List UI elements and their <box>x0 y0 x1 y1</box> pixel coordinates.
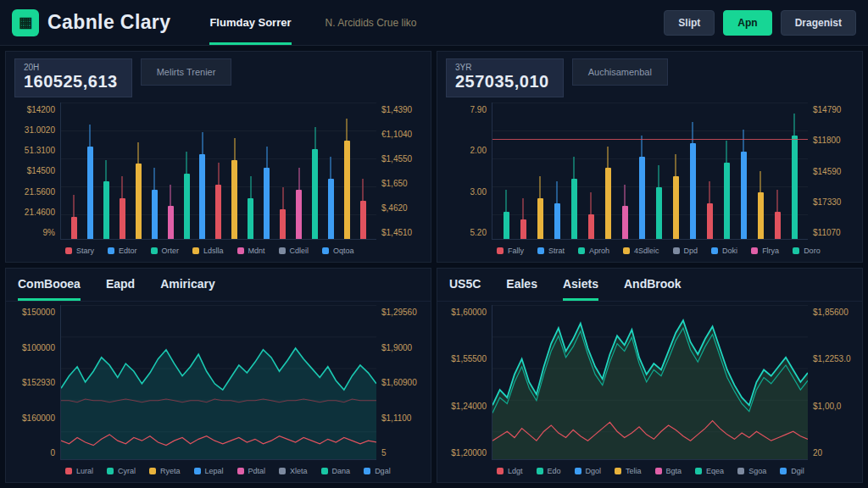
tab-eales[interactable]: Eales <box>506 277 537 301</box>
legend-item[interactable]: Dgal <box>364 467 391 475</box>
legend-item[interactable]: Edtor <box>108 247 137 255</box>
chart-row: 7.902.003.005.20 $14790$11800$14590$1733… <box>437 99 862 241</box>
legend-item[interactable]: Orter <box>151 247 180 255</box>
legend-swatch <box>65 468 72 474</box>
tab-melirts-trenier[interactable]: Melirts Trenier <box>141 58 232 86</box>
y-axis-right: $1,29560$1,9000$1,60900$1,11005 <box>376 305 426 460</box>
legend-item[interactable]: Edo <box>537 467 561 475</box>
legend-item[interactable]: Cyral <box>107 467 136 475</box>
legend-item[interactable]: Telia <box>615 467 642 475</box>
slipt-button[interactable]: Slipt <box>664 10 715 36</box>
tab-eapd[interactable]: Eapd <box>106 277 135 301</box>
legend-item[interactable]: Aproh <box>578 247 609 255</box>
legend-item[interactable]: Lural <box>65 467 93 475</box>
legend-item[interactable]: Dgol <box>575 467 602 475</box>
bar <box>246 103 255 239</box>
legend-item[interactable]: Lepal <box>194 467 224 475</box>
dragenist-button[interactable]: Dragenist <box>781 10 856 36</box>
axis-label: $14590 <box>813 167 852 176</box>
legend-label: Doki <box>722 247 737 255</box>
bar <box>553 103 562 239</box>
legend-item[interactable]: Dgil <box>780 467 804 475</box>
legend-swatch <box>537 468 543 474</box>
legend-item[interactable]: Flrya <box>751 247 779 255</box>
axis-label: $1,4510 <box>381 228 420 237</box>
axis-label: $1,4550 <box>381 154 420 164</box>
legend-label: Ldgt <box>508 467 523 475</box>
bar <box>587 103 596 239</box>
legend-item[interactable]: Bgta <box>655 467 682 475</box>
legend-label: Flrya <box>762 247 779 255</box>
legend-label: Xleta <box>290 467 308 475</box>
legend-swatch <box>107 468 114 474</box>
y-axis-left: $1420031.002051.3100$1450021.560021.4600… <box>11 103 60 240</box>
legend-swatch <box>695 468 702 474</box>
tab-comboea[interactable]: ComBooea <box>18 277 81 301</box>
panel-top-left: 20H 160525,613 Melirts Trenier $1420031.… <box>5 51 431 263</box>
axis-label: 7.90 <box>448 105 487 114</box>
legend-item[interactable]: Cdleil <box>279 247 309 255</box>
main-nav: Flumday Sorrer N. Arcidids Crue liko <box>209 0 416 45</box>
legend-item[interactable]: Oqtoa <box>322 247 354 255</box>
tab-auchisamenbal[interactable]: Auchisamenbal <box>572 58 668 86</box>
legend-swatch <box>194 468 201 474</box>
panel-bottom-right: US5C Eales Asiets AndBrook $1,60000$1,55… <box>437 268 863 483</box>
bar <box>310 103 320 239</box>
axis-label: $11070 <box>813 228 852 237</box>
legend-swatch <box>322 247 329 254</box>
tab-andbrook[interactable]: AndBrook <box>624 277 682 301</box>
legend-item[interactable]: Doki <box>711 247 737 255</box>
value-card-3yr[interactable]: 3YR 257035,010 <box>446 58 564 97</box>
tab-amiricary[interactable]: Amiricary <box>160 277 215 301</box>
axis-label: 5.20 <box>448 228 487 237</box>
legend-item[interactable]: Xleta <box>279 467 308 475</box>
axis-label: $1,24000 <box>448 402 487 411</box>
legend-swatch <box>537 247 544 254</box>
tab-us5c[interactable]: US5C <box>449 277 481 301</box>
apn-button[interactable]: Apn <box>723 10 771 36</box>
legend-item[interactable]: Sgoa <box>737 467 766 475</box>
dashboard-grid: 20H 160525,613 Melirts Trenier $1420031.… <box>0 46 868 488</box>
axis-label: 20 <box>813 448 852 458</box>
nav-item-secondary[interactable]: N. Arcidids Crue liko <box>326 0 417 45</box>
axis-label: $100000 <box>16 343 55 352</box>
legend-label: Strat <box>548 247 565 255</box>
nav-item-primary[interactable]: Flumday Sorrer <box>209 0 291 45</box>
legend-swatch <box>192 247 199 254</box>
axis-label: $1,00,0 <box>813 402 852 411</box>
bar <box>134 103 143 239</box>
legend-item[interactable]: Strat <box>537 247 565 255</box>
period-label: 3YR <box>455 63 549 72</box>
threshold-line <box>492 139 808 140</box>
legend-item[interactable]: Dpd <box>673 247 698 255</box>
axis-label: $1,4390 <box>381 105 420 114</box>
bar <box>278 103 287 239</box>
tab-asiets[interactable]: Asiets <box>563 277 598 301</box>
legend-item[interactable]: Mdnt <box>237 247 265 255</box>
bar <box>70 103 79 239</box>
y-axis-left: $1,60000$1,55500$1,24000$1,20000 <box>442 305 492 460</box>
bar <box>671 103 681 239</box>
legend-label: Dpd <box>684 247 698 255</box>
legend-item[interactable]: 4Sdleic <box>623 247 659 255</box>
axis-label: $1,9000 <box>381 343 420 352</box>
axis-label: $1,650 <box>381 179 420 188</box>
axis-label: 3.00 <box>448 187 487 197</box>
bar <box>342 103 352 239</box>
legend-item[interactable]: Pdtal <box>237 467 266 475</box>
legend-item[interactable]: Ldgt <box>497 467 523 475</box>
legend-item[interactable]: Doro <box>793 247 821 255</box>
legend-swatch <box>751 247 758 254</box>
legend-item[interactable]: Fally <box>497 247 524 255</box>
legend-swatch <box>711 247 718 254</box>
legend-item[interactable]: Stary <box>65 247 94 255</box>
legend-swatch <box>321 468 328 474</box>
legend-item[interactable]: Ryeta <box>149 467 181 475</box>
legend-swatch <box>497 468 504 474</box>
legend-item[interactable]: Eqea <box>695 467 724 475</box>
legend-item[interactable]: Ldslla <box>192 247 224 255</box>
legend-label: Bgta <box>666 467 682 475</box>
axis-label: 0 <box>16 448 55 458</box>
value-card-20h[interactable]: 20H 160525,613 <box>14 58 132 97</box>
legend-item[interactable]: Dana <box>321 467 351 475</box>
